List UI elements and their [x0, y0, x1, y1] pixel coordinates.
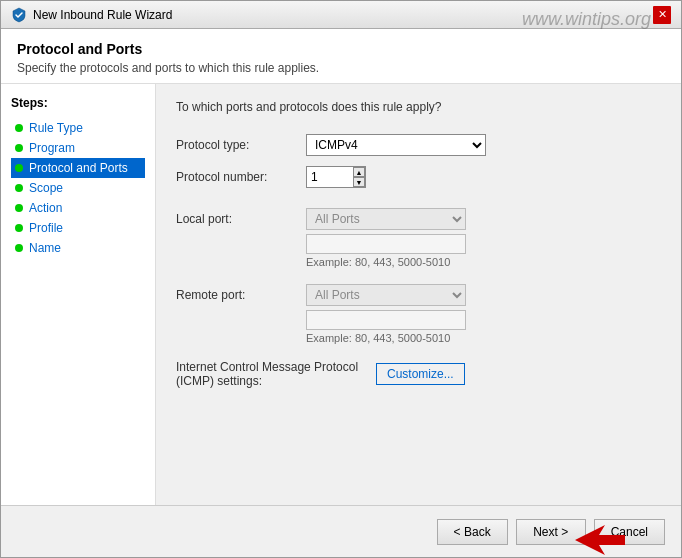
spin-up-button[interactable]: ▲: [353, 167, 365, 177]
remote-port-row: Remote port: All Ports Specific Ports: [176, 284, 661, 306]
wizard-window: New Inbound Rule Wizard ✕ www.wintips.or…: [0, 0, 682, 558]
step-dot-scope: [15, 184, 23, 192]
local-port-row: Local port: All Ports Specific Ports: [176, 208, 661, 230]
shield-icon: [11, 7, 27, 23]
step-dot-protocol-ports: [15, 164, 23, 172]
protocol-number-control: ▲ ▼: [306, 166, 661, 188]
sidebar-item-scope[interactable]: Scope: [11, 178, 145, 198]
sidebar-item-rule-type-label: Rule Type: [29, 121, 83, 135]
svg-marker-0: [575, 525, 625, 555]
icmp-label-line1: Internet Control Message Protocol: [176, 360, 358, 374]
spin-buttons: ▲ ▼: [353, 167, 365, 187]
step-dot-rule-type: [15, 124, 23, 132]
sidebar-item-action-label: Action: [29, 201, 62, 215]
icmp-label: Internet Control Message Protocol (ICMP)…: [176, 360, 376, 388]
sidebar-item-protocol-ports-label: Protocol and Ports: [29, 161, 128, 175]
question-text: To which ports and protocols does this r…: [176, 100, 661, 114]
local-port-label: Local port:: [176, 212, 306, 226]
icmp-row: Internet Control Message Protocol (ICMP)…: [176, 360, 661, 388]
protocol-type-row: Protocol type: ICMPv4 TCP UDP ICMPv6 Any: [176, 134, 661, 156]
step-dot-action: [15, 204, 23, 212]
remote-port-text-input[interactable]: [306, 310, 466, 330]
sidebar-item-program[interactable]: Program: [11, 138, 145, 158]
remote-port-example: Example: 80, 443, 5000-5010: [306, 332, 661, 344]
sidebar-title: Steps:: [11, 96, 145, 110]
sidebar-item-scope-label: Scope: [29, 181, 63, 195]
remote-port-dropdown[interactable]: All Ports Specific Ports: [306, 284, 466, 306]
sidebar-item-name-label: Name: [29, 241, 61, 255]
local-port-example: Example: 80, 443, 5000-5010: [306, 256, 661, 268]
step-dot-profile: [15, 224, 23, 232]
title-bar-left: New Inbound Rule Wizard: [11, 7, 172, 23]
footer: < Back Next > Cancel: [1, 505, 681, 557]
step-dot-name: [15, 244, 23, 252]
page-title: Protocol and Ports: [17, 41, 665, 57]
remote-port-group: Remote port: All Ports Specific Ports Ex…: [176, 284, 661, 344]
sidebar-item-program-label: Program: [29, 141, 75, 155]
sidebar-item-name[interactable]: Name: [11, 238, 145, 258]
title-bar-text: New Inbound Rule Wizard: [33, 8, 172, 22]
arrow-indicator: [575, 525, 625, 555]
back-button[interactable]: < Back: [437, 519, 508, 545]
icmp-label-line2: (ICMP) settings:: [176, 374, 262, 388]
local-port-group: Local port: All Ports Specific Ports Exa…: [176, 208, 661, 268]
customize-button[interactable]: Customize...: [376, 363, 465, 385]
protocol-number-spinbox: ▲ ▼: [306, 166, 366, 188]
sidebar-item-profile-label: Profile: [29, 221, 63, 235]
protocol-number-label: Protocol number:: [176, 170, 306, 184]
main-panel: To which ports and protocols does this r…: [156, 84, 681, 505]
step-dot-program: [15, 144, 23, 152]
spin-down-button[interactable]: ▼: [353, 177, 365, 187]
page-header: Protocol and Ports Specify the protocols…: [1, 29, 681, 84]
protocol-number-row: Protocol number: ▲ ▼: [176, 166, 661, 188]
local-port-text-input[interactable]: [306, 234, 466, 254]
sidebar-item-protocol-ports[interactable]: Protocol and Ports: [11, 158, 145, 178]
local-port-dropdown[interactable]: All Ports Specific Ports: [306, 208, 466, 230]
sidebar: Steps: Rule Type Program Protocol and Po…: [1, 84, 156, 505]
sidebar-item-profile[interactable]: Profile: [11, 218, 145, 238]
title-bar: New Inbound Rule Wizard ✕: [1, 1, 681, 29]
content-area: Steps: Rule Type Program Protocol and Po…: [1, 84, 681, 505]
protocol-number-input[interactable]: [311, 170, 351, 184]
protocol-type-control: ICMPv4 TCP UDP ICMPv6 Any: [306, 134, 661, 156]
protocol-type-label: Protocol type:: [176, 138, 306, 152]
close-button[interactable]: ✕: [653, 6, 671, 24]
sidebar-item-rule-type[interactable]: Rule Type: [11, 118, 145, 138]
protocol-type-dropdown[interactable]: ICMPv4 TCP UDP ICMPv6 Any: [306, 134, 486, 156]
page-subtitle: Specify the protocols and ports to which…: [17, 61, 665, 75]
remote-port-label: Remote port:: [176, 288, 306, 302]
sidebar-item-action[interactable]: Action: [11, 198, 145, 218]
